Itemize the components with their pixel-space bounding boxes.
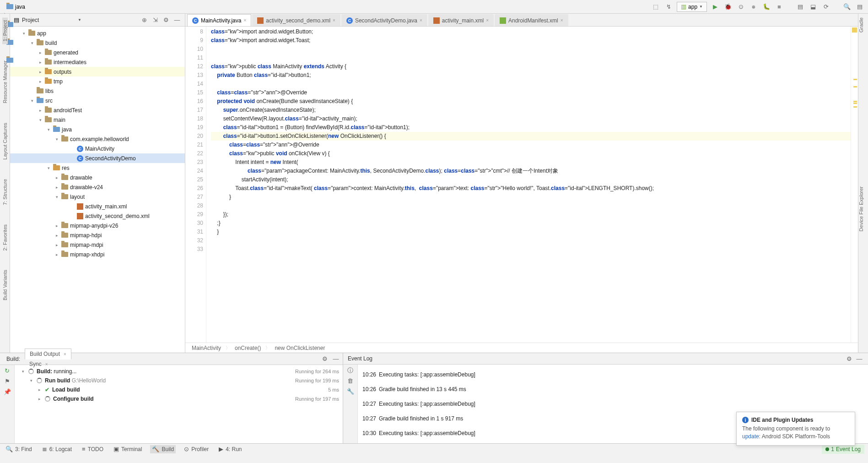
chevron-icon[interactable]: ▾ (29, 98, 35, 103)
chevron-icon[interactable]: ▾ (54, 195, 59, 199)
tree-node[interactable]: ▸tmp (10, 76, 185, 86)
stripe-structure[interactable]: 7: Structure (2, 176, 8, 208)
editor-breadcrumb-item[interactable]: new OnClickListener (275, 345, 325, 351)
stripe-favorites[interactable]: 2: Favorites (2, 222, 8, 253)
status-event-log[interactable]: 1 Event Log (822, 445, 864, 454)
editor-tabs[interactable]: CMainActivity.java×activity_second_demo.… (185, 14, 858, 27)
editor-breadcrumb-item[interactable]: onCreate() (235, 345, 261, 351)
stripe-project[interactable]: 1: Project (2, 17, 8, 44)
status-item[interactable]: ▶4: Run (217, 445, 243, 453)
chevron-icon[interactable]: ▸ (38, 108, 43, 113)
update-balloon[interactable]: i IDE and Plugin Updates The following c… (736, 412, 855, 446)
chevron-icon[interactable]: ▸ (54, 175, 59, 180)
tree-node[interactable]: ▸mipmap-mdpi (10, 240, 185, 250)
chevron-icon[interactable]: ▸ (54, 233, 59, 238)
stop-icon[interactable]: ■ (775, 2, 784, 11)
close-icon[interactable]: × (486, 18, 489, 23)
build-tree[interactable]: ▾Build: running...Running for 264 ms▾Run… (15, 365, 343, 443)
sdk-manager-icon[interactable]: ⬓ (809, 2, 818, 11)
tree-node[interactable]: activity_second_demo.xml (10, 211, 185, 221)
tree-node[interactable]: ▸drawable-v24 (10, 182, 185, 192)
tree-node[interactable]: ▾app (10, 28, 185, 38)
stripe-gradle[interactable]: Gradle (858, 14, 864, 36)
tree-node[interactable]: CMainActivity (10, 144, 185, 153)
build-row[interactable]: ▸✔Load build 5 ms (18, 385, 339, 394)
settings-icon[interactable]: ▤ (855, 2, 864, 11)
tree-node[interactable]: ▾layout (10, 192, 185, 202)
close-icon[interactable]: × (64, 352, 66, 357)
collapse-icon[interactable]: ⇲ (151, 16, 159, 24)
event-log-row[interactable]: 10:26Executing tasks: [:app:assembleDebu… (362, 367, 863, 382)
tree-node[interactable]: ▸outputs (10, 67, 185, 76)
stripe-build-variants[interactable]: Build Variants (2, 267, 8, 303)
stripe-layout-captures[interactable]: Layout Captures (2, 120, 8, 163)
status-item[interactable]: ≡TODO (80, 445, 105, 453)
chevron-icon[interactable]: ▾ (38, 118, 43, 122)
chevron-icon[interactable]: ▸ (38, 50, 43, 55)
editor-gutter[interactable]: 8910111213141516171819202122232425262728… (185, 27, 206, 343)
search-icon[interactable]: 🔍 (842, 2, 852, 11)
chevron-icon[interactable]: ▾ (46, 127, 51, 132)
tree-node[interactable]: ▸androidTest (10, 105, 185, 115)
make-project-icon[interactable]: ⬚ (651, 2, 660, 11)
close-icon[interactable]: × (420, 18, 422, 23)
status-item[interactable]: 🔍3: Find (4, 445, 34, 453)
editor-breadcrumb-item[interactable]: MainActivity (192, 345, 221, 351)
filter-icon[interactable]: ⚑ (5, 378, 10, 384)
chevron-icon[interactable]: ▾ (54, 137, 59, 142)
editor-tab[interactable]: AndroidManifest.xml× (495, 14, 568, 26)
close-icon[interactable]: × (333, 18, 335, 23)
close-icon[interactable]: × (561, 18, 563, 23)
tree-node[interactable]: activity_main.xml (10, 202, 185, 211)
tree-node[interactable]: ▾src (10, 96, 185, 105)
close-icon[interactable]: × (243, 18, 246, 23)
stripe-resource-manager[interactable]: Resource Manager (2, 58, 8, 106)
profile-icon[interactable]: ⊙ (736, 2, 745, 11)
status-item[interactable]: ⊙Profiler (182, 445, 210, 453)
gear-icon[interactable]: ⚙ (845, 354, 853, 363)
chevron-icon[interactable]: ▾ (29, 41, 35, 45)
tree-node[interactable]: ▸mipmap-hdpi (10, 230, 185, 240)
update-link[interactable]: update (742, 433, 759, 440)
tree-node[interactable]: ▸mipmap-anydpi-v26 (10, 221, 185, 230)
status-item[interactable]: 🔨Build (150, 445, 176, 453)
gradle-sync-icon[interactable]: ⟳ (821, 2, 830, 11)
tree-node[interactable]: ▾build (10, 38, 185, 48)
tree-node[interactable]: ▾main (10, 115, 185, 125)
editor-breadcrumb[interactable]: MainActivity〉onCreate()〉new OnClickListe… (185, 343, 858, 353)
editor-code[interactable]: class="kw">import android.widget.Button;… (206, 27, 851, 343)
build-row[interactable]: ▾Build: running...Running for 264 ms (18, 367, 339, 376)
status-item[interactable]: ≣6: Logcat (40, 445, 74, 453)
wrench-icon[interactable]: 🔧 (347, 388, 354, 394)
chevron-icon[interactable]: ▸ (38, 60, 43, 65)
gear-icon[interactable]: ⚙ (162, 16, 170, 24)
rerun-icon[interactable]: ↻ (5, 368, 10, 374)
breadcrumb-segment[interactable]: java (4, 2, 47, 12)
chevron-icon[interactable]: ▾ (21, 31, 27, 36)
avd-manager-icon[interactable]: ▤ (796, 2, 805, 11)
stripe-device-file-explorer[interactable]: Device File Explorer (858, 183, 864, 235)
hide-icon[interactable]: — (855, 354, 863, 363)
build-row[interactable]: ▸Configure build Running for 197 ms (18, 394, 339, 403)
build-row[interactable]: ▾Run build G:\HelloWorldRunning for 199 … (18, 376, 339, 385)
tree-node[interactable]: ▾java (10, 125, 185, 134)
project-tree[interactable]: ▾app▾build▸generated▸intermediates▸outpu… (10, 27, 185, 353)
tree-node[interactable]: ▸intermediates (10, 57, 185, 67)
chevron-icon[interactable]: ▸ (54, 185, 59, 190)
tree-node[interactable]: libs (10, 86, 185, 96)
pin-icon[interactable]: 📌 (4, 389, 11, 395)
delete-icon[interactable]: 🗑 (347, 378, 353, 384)
event-log-row[interactable]: 10:27Executing tasks: [:app:assembleDebu… (362, 397, 863, 411)
editor-tab[interactable]: CMainActivity.java× (187, 14, 251, 26)
debug-icon[interactable]: 🐞 (723, 2, 733, 11)
status-item[interactable]: ▣Terminal (112, 445, 144, 453)
chevron-icon[interactable]: ▸ (54, 223, 59, 228)
chevron-icon[interactable]: ▸ (54, 252, 59, 257)
tree-node[interactable]: ▸drawable (10, 173, 185, 182)
tree-node[interactable]: ▾res (10, 163, 185, 173)
hide-icon[interactable]: — (332, 355, 340, 363)
chevron-icon[interactable]: ▸ (38, 79, 43, 84)
tree-node[interactable]: ▸mipmap-xhdpi (10, 250, 185, 259)
chevron-icon[interactable]: ▾ (46, 166, 51, 170)
chevron-icon[interactable]: ▸ (38, 70, 43, 74)
